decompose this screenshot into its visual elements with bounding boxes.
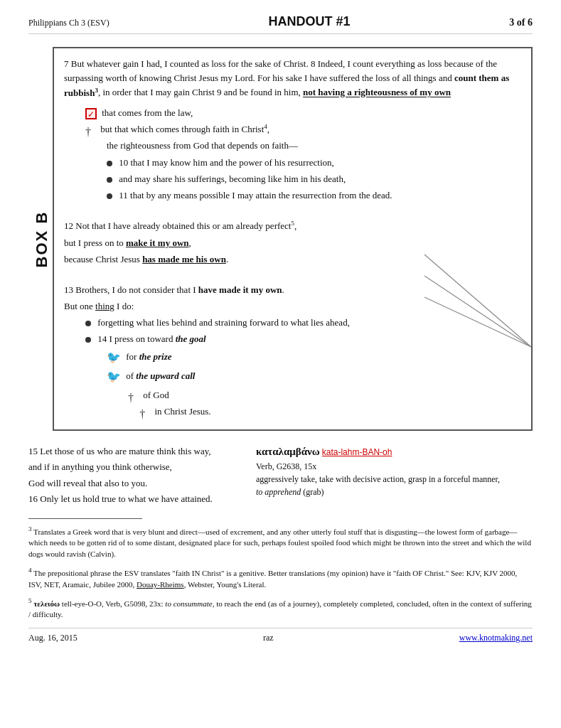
- footnote-4: 4 The prepositional phrase the ESV trans…: [28, 566, 533, 591]
- verse-12b: but I press on to make it my own,: [64, 236, 521, 250]
- one-thing: thing: [95, 301, 114, 311]
- verse-14c: 🐦 of the upward call: [107, 368, 521, 386]
- verse-12a: 12 Not that I have already obtained this…: [64, 219, 521, 233]
- verse-14d: of God: [128, 388, 521, 402]
- verses-15-16: 15 Let those of us who are mature think …: [28, 444, 242, 506]
- forget-text: forgetting what lies behind and strainin…: [97, 317, 350, 328]
- verse-14b: 🐦 for the prize: [107, 349, 521, 367]
- box-b-wrapper: BOX B 7 But whatever gain I had, I count…: [28, 47, 533, 431]
- page-footer: Aug. 16, 2015 raz www.knotmaking.net: [28, 628, 533, 643]
- cross-icon-2: [128, 390, 138, 402]
- verse-7-8-text: 7 But whatever gain I had, I counted as …: [64, 58, 509, 98]
- footnote-4-text: The prepositional phrase the ESV transla…: [28, 569, 517, 589]
- verse-16: 16 Only let us hold true to what we have…: [28, 491, 242, 507]
- definition-1: aggressively take, take with decisive ac…: [256, 473, 533, 486]
- header-page: 3 of 6: [509, 17, 533, 28]
- checkbox-line: that comes from the law,: [85, 106, 521, 120]
- bullet-icon-1: [107, 161, 112, 166]
- verse-14a: 14 I press on toward the goal: [85, 332, 521, 346]
- have-made: have made it my own: [198, 284, 282, 295]
- checkbox-text: that comes from the law,: [102, 107, 193, 118]
- bullet-forgetting: forgetting what lies behind and strainin…: [85, 316, 521, 330]
- greek-word-line: καταλαμβάνω kata-lahm-BAN-oh: [256, 444, 533, 460]
- header-left: Philippians Ch 3 (ESV): [28, 18, 109, 28]
- footer-center: raz: [263, 633, 274, 643]
- greek-definition: καταλαμβάνω kata-lahm-BAN-oh Verb, G2638…: [256, 444, 533, 506]
- righteousness-text: the righteousness from God that depends …: [107, 140, 298, 151]
- bullet-icon-3: [107, 193, 112, 199]
- checkbox-icon: [85, 108, 97, 119]
- cross-line-1: but that which comes through faith in Ch…: [85, 122, 521, 136]
- has-made: has made me his own: [142, 254, 226, 264]
- verse-14e: in Christ Jesus.: [128, 405, 521, 419]
- verse-12c: because Christ Jesus has made me his own…: [64, 252, 521, 267]
- verse-15b: and if in anything you think otherwise,: [28, 459, 242, 475]
- cross-icon-3: [139, 406, 149, 419]
- footer-date: Aug. 16, 2015: [28, 633, 78, 643]
- bullet-text-3: 11 that by any means possible I may atta…: [119, 190, 392, 200]
- verse-13a: 13 Brothers, I do not consider that I ha…: [64, 283, 521, 297]
- box-b-content: 7 But whatever gain I had, I counted as …: [53, 47, 533, 431]
- make-it-own: make it my own: [126, 237, 188, 248]
- the-prize: the prize: [139, 351, 172, 362]
- box-b-label: BOX B: [28, 47, 53, 431]
- verse-12a-text: 12 Not that I have already obtained this…: [64, 220, 296, 231]
- greek-word: καταλαμβάνω: [256, 446, 320, 457]
- bullet-icon-14: [85, 337, 91, 343]
- of-god-text: of God: [143, 390, 169, 400]
- verse-15a: 15 Let those of us who are mature think …: [28, 444, 242, 459]
- bird-icon-1: 🐦: [107, 349, 121, 367]
- cross-icon-1: [85, 124, 95, 136]
- not-having: not having a righteousness of my own: [303, 87, 451, 98]
- bullet-text-1: 10 that I may know him and the power of …: [119, 157, 334, 168]
- the-goal: the goal: [176, 333, 206, 344]
- footnote-divider: [28, 518, 142, 519]
- verse-7-8: 7 But whatever gain I had, I counted as …: [64, 57, 521, 100]
- header-title: HANDOUT #1: [268, 14, 350, 29]
- the-upward-call: the upward call: [136, 371, 195, 382]
- greek-pronunciation: kata-lahm-BAN-oh: [322, 447, 392, 457]
- definition-italic: to apprehend: [256, 487, 301, 497]
- bullet-2: and may share his sufferings, becoming l…: [107, 172, 521, 186]
- footer-link[interactable]: www.knotmaking.net: [459, 633, 533, 643]
- verse-13b: But one thing I do:: [64, 299, 521, 314]
- in-christ-text: in Christ Jesus.: [155, 406, 211, 417]
- bullet-text-2: and may share his sufferings, becoming l…: [119, 173, 346, 184]
- footnote-5-text: τελειόω tell-eye-O-O, Verb, G5098, 23x: …: [28, 599, 532, 619]
- bullet-1: 10 that I may know him and the power of …: [107, 156, 521, 170]
- bird-icon-2: 🐦: [107, 368, 121, 386]
- bullet-3: 11 that by any means possible I may atta…: [107, 188, 521, 203]
- footnote-3-text: Translates a Greek word that is very blu…: [28, 527, 531, 558]
- righteousness-line: the righteousness from God that depends …: [107, 139, 521, 153]
- greek-section: 15 Let those of us who are mature think …: [28, 444, 533, 506]
- bullet-icon-2: [107, 177, 112, 183]
- footnote-5: 5 τελειόω tell-eye-O-O, Verb, G5098, 23x…: [28, 596, 533, 621]
- bullet-icon-forget: [85, 321, 91, 326]
- page-header: Philippians Ch 3 (ESV) HANDOUT #1 3 of 6: [28, 14, 533, 34]
- verb-info: Verb, G2638, 15x: [256, 460, 533, 473]
- definition-2: to apprehend (grab): [256, 486, 533, 498]
- footnote-3: 3 Translates a Greek word that is very b…: [28, 525, 533, 560]
- verse-15c: God will reveal that also to you.: [28, 476, 242, 491]
- cross-text-1: but that which comes through faith in Ch…: [100, 124, 269, 134]
